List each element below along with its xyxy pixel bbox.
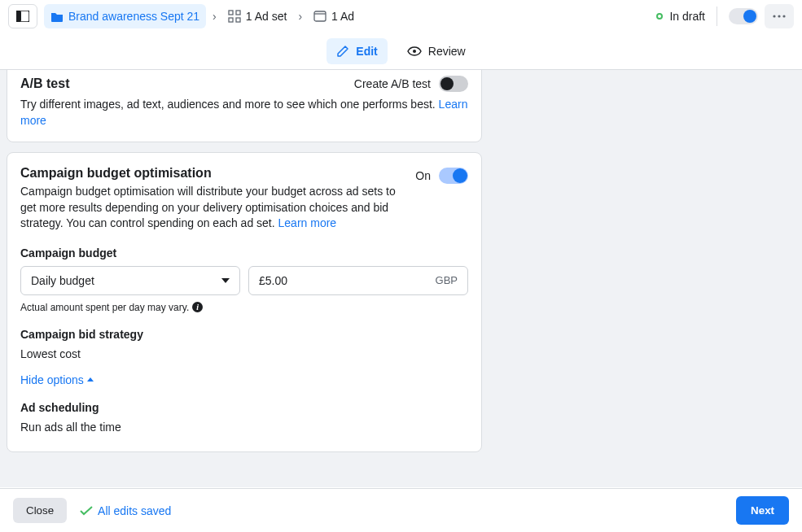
hide-options-link[interactable]: Hide options (20, 373, 94, 386)
ad-scheduling-label: Ad scheduling (20, 401, 468, 414)
svg-rect-1 (16, 11, 21, 22)
budget-amount-input[interactable]: £5.00 GBP (248, 266, 468, 295)
svg-point-10 (782, 15, 785, 17)
chevron-right-icon: › (213, 10, 217, 23)
budget-hint: Actual amount spent per day may vary. i (20, 302, 468, 313)
caret-up-icon (87, 377, 94, 382)
cbo-on-label: On (415, 169, 431, 182)
svg-rect-2 (229, 11, 233, 15)
next-button[interactable]: Next (736, 496, 789, 525)
ab-test-desc: Try different images, ad text, audiences… (20, 97, 468, 129)
breadcrumb-campaign-label: Brand awareness Sept 21 (68, 10, 199, 23)
tabs-row: Edit Review (0, 33, 802, 70)
breadcrumb-adset-label: 1 Ad set (246, 10, 287, 23)
svg-point-11 (413, 50, 416, 53)
ellipsis-icon (773, 15, 786, 18)
draft-status: In draft (656, 10, 705, 23)
top-bar: Brand awareness Sept 21 › 1 Ad set › 1 A… (0, 0, 802, 33)
main-scroll-area[interactable]: A/B test Create A/B test Try different i… (0, 70, 802, 487)
more-menu-button[interactable] (765, 4, 794, 28)
breadcrumb-ad-label: 1 Ad (331, 10, 354, 23)
cbo-card: Campaign budget optimisation Campaign bu… (7, 152, 482, 452)
svg-rect-5 (236, 18, 240, 22)
toggle-panel-button[interactable] (8, 4, 37, 28)
status-dot-icon (656, 13, 663, 20)
cbo-toggle[interactable] (439, 168, 468, 184)
budget-currency: GBP (436, 274, 458, 286)
ad-icon (313, 11, 326, 22)
tab-edit[interactable]: Edit (326, 38, 387, 64)
draft-status-label: In draft (669, 10, 705, 23)
cbo-desc: Campaign budget optimisation will distri… (20, 184, 402, 232)
ab-toggle-label: Create A/B test (354, 77, 431, 90)
budget-type-select[interactable]: Daily budget (20, 266, 240, 295)
bottom-bar: Close All edits saved Next (0, 488, 802, 532)
svg-point-8 (773, 15, 775, 17)
cbo-learn-more-link[interactable]: Learn more (278, 216, 337, 229)
pencil-icon (336, 45, 349, 58)
budget-type-value: Daily budget (31, 274, 94, 287)
ab-test-title: A/B test (20, 76, 69, 91)
ab-test-toggle[interactable] (439, 76, 468, 92)
ab-test-card: A/B test Create A/B test Try different i… (7, 70, 482, 142)
svg-rect-4 (229, 18, 233, 22)
folder-icon (50, 11, 64, 22)
separator (717, 7, 717, 26)
check-icon (80, 506, 93, 516)
top-toggle[interactable] (729, 8, 758, 24)
svg-point-9 (778, 15, 780, 17)
saved-status: All edits saved (80, 504, 171, 517)
svg-rect-6 (314, 11, 326, 21)
chevron-right-icon: › (298, 10, 302, 23)
caret-down-icon (221, 278, 230, 283)
tab-review[interactable]: Review (397, 38, 476, 64)
breadcrumb-adset[interactable]: 1 Ad set (223, 7, 292, 26)
campaign-budget-label: Campaign budget (20, 246, 468, 259)
eye-icon (407, 46, 422, 56)
panel-icon (16, 11, 29, 22)
cbo-title: Campaign budget optimisation (20, 166, 402, 181)
tab-review-label: Review (428, 45, 466, 58)
bid-strategy-label: Campaign bid strategy (20, 328, 468, 341)
breadcrumb-campaign[interactable]: Brand awareness Sept 21 (44, 4, 206, 28)
breadcrumb-ad[interactable]: 1 Ad (309, 7, 359, 26)
saved-label: All edits saved (98, 504, 171, 517)
info-icon[interactable]: i (192, 302, 203, 312)
budget-amount-value: £5.00 (259, 274, 287, 287)
svg-rect-3 (236, 11, 240, 15)
bid-strategy-value: Lowest cost (20, 347, 468, 360)
close-button[interactable]: Close (13, 498, 67, 523)
adset-icon (228, 10, 241, 23)
tab-edit-label: Edit (356, 45, 377, 58)
ad-scheduling-value: Run ads all the time (20, 421, 468, 434)
